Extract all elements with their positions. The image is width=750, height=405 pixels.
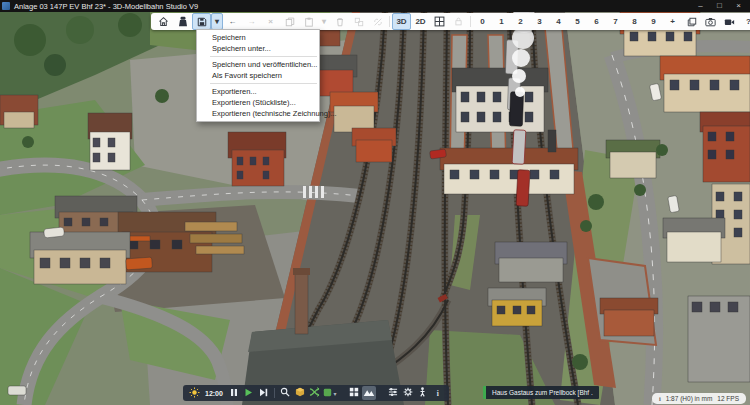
save-menu-button[interactable]: ▾ [211,13,223,30]
group-button[interactable] [349,13,368,30]
time-display: 12:00 [202,390,226,397]
layer-button-7[interactable]: 7 [606,13,625,30]
link-button[interactable] [368,13,387,30]
shuffle-routes-button[interactable] [308,386,322,400]
menu-item-exportieren-zeichnung[interactable]: Exportieren (technische Zeichnung)... [197,108,319,119]
layer-button-3[interactable]: 3 [530,13,549,30]
step-forward-icon [259,388,268,399]
sun-icon [189,387,200,400]
package-button[interactable] [293,386,307,400]
package-icon [295,387,305,399]
filter-button[interactable] [386,386,400,400]
selection-tooltip-text: Haus Gastaus zum Prellbock [Bhf . [492,389,593,396]
zoom-tool-button[interactable] [278,386,292,400]
selection-tooltip: Haus Gastaus zum Prellbock [Bhf . [483,386,599,399]
video-camera-icon [724,17,735,27]
pause-button[interactable] [227,386,241,400]
terrain-mode-button[interactable] [362,386,376,400]
settings-button[interactable] [401,386,415,400]
link-icon [373,17,383,27]
titlebar: Anlage 03 147P EV Bhf 23* - 3D-Modellbah… [0,0,750,12]
add-layer-button[interactable]: + [663,13,682,30]
split-view-icon [434,16,445,27]
main-toolbar: ▾ ← → × ▾ 3D 2D 0 1 2 3 4 5 6 7 8 9 + ? [151,13,750,30]
duplicate-window-button[interactable] [682,13,701,30]
daylight-button[interactable] [187,386,201,400]
paste-button[interactable] [299,13,318,30]
cut-button[interactable]: × [261,13,280,30]
layer-button-6[interactable]: 6 [587,13,606,30]
sliders-icon [388,387,398,399]
layer-button-0[interactable]: 0 [473,13,492,30]
minimize-button[interactable]: – [691,0,710,12]
lock-icon [454,17,463,26]
menu-item-exportieren[interactable]: Exportieren... [197,86,319,97]
view-2d-button[interactable]: 2D [411,13,430,30]
delete-button[interactable] [330,13,349,30]
walk-mode-button[interactable] [416,386,430,400]
toolbar-separator [470,16,471,27]
layer-visibility-button[interactable]: ▾ [323,386,337,400]
app-icon [2,2,10,10]
mountain-icon [363,388,375,399]
save-button[interactable] [192,13,211,30]
catalog-button[interactable] [173,13,192,30]
paste-icon [304,17,314,27]
layer-button-9[interactable]: 9 [644,13,663,30]
copy-button[interactable] [280,13,299,30]
home-button[interactable] [154,13,173,30]
layer-button-8[interactable]: 8 [625,13,644,30]
step-forward-button[interactable] [257,386,271,400]
screenshot-button[interactable] [701,13,720,30]
help-button[interactable]: ? [739,13,750,30]
grid-2x2-icon [349,387,359,399]
scene-render [0,12,750,405]
layer-button-2[interactable]: 2 [511,13,530,30]
magnifier-icon [280,387,290,399]
redo-button[interactable]: → [242,13,261,30]
layer-button-4[interactable]: 4 [549,13,568,30]
video-button[interactable] [720,13,739,30]
lock-view-button[interactable] [449,13,468,30]
menu-item-speichern[interactable]: Speichern [197,32,319,43]
catalog-icon [178,16,188,27]
maximize-button[interactable]: □ [710,0,729,12]
info-button[interactable]: i [431,386,445,400]
copy-icon [285,17,295,27]
viewport-3d[interactable] [0,12,750,405]
pause-icon [230,388,238,399]
trash-icon [335,17,345,27]
layer-button-5[interactable]: 5 [568,13,587,30]
toolbar-separator [389,16,390,27]
home-icon [158,16,169,27]
menu-item-als-favorit[interactable]: Als Favorit speichern [197,70,319,81]
menu-item-speichern-veroeffentlichen[interactable]: Speichern und veröffentlichen... [197,59,319,70]
windows-icon [687,17,697,27]
split-view-button[interactable] [430,13,449,30]
menu-separator [210,56,317,57]
person-icon [418,387,427,399]
playback-bar: 12:00 ▾ i [183,385,449,401]
menu-item-speichern-unter[interactable]: Speichern unter... [197,43,319,54]
fps-label: 12 FPS [717,395,739,402]
save-dropdown-menu: Speichern Speichern unter... Speichern u… [196,29,320,122]
undo-button[interactable]: ← [223,13,242,30]
menu-separator [210,83,317,84]
camera-icon [705,17,716,27]
shuffle-icon [309,387,320,399]
layer-square-icon [323,388,332,399]
paste-menu-button[interactable]: ▾ [318,13,330,30]
layer-button-1[interactable]: 1 [492,13,511,30]
save-icon [197,17,207,27]
menu-item-exportieren-stueckliste[interactable]: Exportieren (Stückliste)... [197,97,319,108]
scale-status-box: i 1:87 (H0) in mm 12 FPS [652,393,746,404]
info-icon: i [659,395,661,402]
window-title: Anlage 03 147P EV Bhf 23* - 3D-Modellbah… [14,2,691,11]
close-button[interactable]: × [729,0,748,12]
caret-down-icon: ▾ [333,390,336,397]
group-icon [354,17,364,27]
scale-label: 1:87 (H0) in mm [666,395,713,402]
view-3d-button[interactable]: 3D [392,13,411,30]
view-grid-button[interactable] [347,386,361,400]
play-button[interactable] [242,386,256,400]
